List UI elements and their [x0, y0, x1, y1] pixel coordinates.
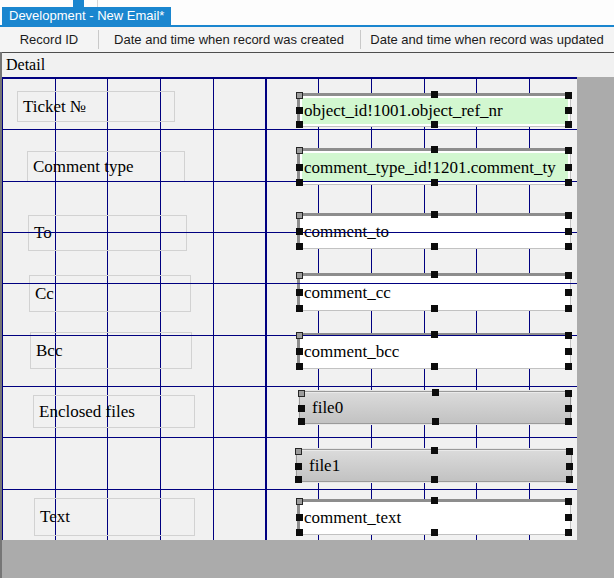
- field-fill: comment_type_id!1201.comment_ty: [302, 153, 568, 182]
- selection-handle-tr[interactable]: [565, 332, 572, 339]
- selection-handle-bm[interactable]: [431, 363, 438, 370]
- selection-handle-tl[interactable]: [296, 332, 303, 339]
- selection-handle-ml[interactable]: [298, 405, 305, 412]
- bottom-gutter: [0, 540, 577, 578]
- selection-handle-mr[interactable]: [565, 289, 572, 296]
- field-fill: comment_text: [302, 504, 568, 532]
- selection-handle-tl[interactable]: [296, 272, 303, 279]
- selection-handle-tm[interactable]: [431, 211, 438, 218]
- selection-handle-bm[interactable]: [431, 179, 438, 186]
- selection-handle-bm[interactable]: [431, 476, 438, 483]
- selection-handle-tm[interactable]: [431, 146, 438, 153]
- selection-handle-tl[interactable]: [296, 92, 303, 99]
- header-record-id[interactable]: Record ID: [0, 27, 98, 52]
- field-value-text: object_id!1001.object_ref_nr: [302, 101, 503, 121]
- selection-handle-bl[interactable]: [295, 476, 302, 483]
- selection-handle-tm[interactable]: [431, 497, 438, 504]
- selection-handle-br[interactable]: [565, 243, 572, 250]
- selection-handle-bl[interactable]: [296, 305, 303, 312]
- field-label-comment-type[interactable]: Comment type: [27, 151, 185, 182]
- field-label-cc[interactable]: Cc: [29, 275, 191, 312]
- field-value-text: comment_text: [302, 508, 401, 528]
- selection-handle-bm[interactable]: [431, 529, 438, 536]
- selection-handle-br[interactable]: [565, 305, 572, 312]
- selection-handle-mr[interactable]: [565, 107, 572, 114]
- selection-handle-tr[interactable]: [565, 147, 572, 154]
- field-label-to[interactable]: To: [28, 215, 187, 251]
- header-updated-date[interactable]: Date and time when record was updated: [360, 27, 614, 52]
- selection-handle-bl[interactable]: [296, 179, 303, 186]
- header-divider: [360, 30, 361, 49]
- selection-handle-bl[interactable]: [296, 243, 303, 250]
- selection-handle-ml[interactable]: [296, 289, 303, 296]
- selection-handle-bl[interactable]: [296, 121, 303, 128]
- selection-handle-tr[interactable]: [565, 390, 572, 397]
- selection-handle-bm[interactable]: [431, 121, 438, 128]
- selection-handle-tl[interactable]: [296, 212, 303, 219]
- selection-handle-mr[interactable]: [566, 463, 573, 470]
- selection-handle-ml[interactable]: [296, 107, 303, 114]
- selection-handle-tr[interactable]: [565, 498, 572, 505]
- selection-handle-mr[interactable]: [565, 164, 572, 171]
- selection-handle-tr[interactable]: [565, 272, 572, 279]
- field-value-text: comment_bcc: [302, 342, 399, 362]
- selection-handle-tm[interactable]: [431, 271, 438, 278]
- selection-handle-ml[interactable]: [296, 228, 303, 235]
- top-strip-divider: [97, 0, 98, 7]
- selection-handle-bm[interactable]: [432, 418, 439, 425]
- selection-handle-br[interactable]: [566, 476, 573, 483]
- field-value-text: comment_to: [302, 222, 389, 242]
- selection-handle-mr[interactable]: [565, 514, 572, 521]
- header-divider: [98, 30, 99, 49]
- field-label-enclosed-files[interactable]: Enclosed files: [33, 395, 195, 428]
- selection-handle-tl[interactable]: [296, 498, 303, 505]
- selection-handle-tr[interactable]: [565, 212, 572, 219]
- field-label-bcc[interactable]: Bcc: [30, 332, 192, 369]
- selection-handle-tm[interactable]: [431, 331, 438, 338]
- selection-handle-bl[interactable]: [296, 363, 303, 370]
- selection-handle-mr[interactable]: [565, 405, 572, 412]
- selection-handle-br[interactable]: [565, 363, 572, 370]
- selection-handle-mr[interactable]: [565, 348, 572, 355]
- form-left-border: [0, 52, 2, 578]
- selection-handle-ml[interactable]: [296, 348, 303, 355]
- selection-handle-br[interactable]: [565, 121, 572, 128]
- selection-handle-tr[interactable]: [565, 92, 572, 99]
- selection-handle-tr[interactable]: [566, 448, 573, 455]
- selection-handle-br[interactable]: [565, 529, 572, 536]
- selection-handle-bm[interactable]: [431, 305, 438, 312]
- field-fill: comment_to: [302, 218, 568, 246]
- selection-handle-tl[interactable]: [298, 390, 305, 397]
- selection-handle-tm[interactable]: [431, 447, 438, 454]
- selection-handle-ml[interactable]: [296, 514, 303, 521]
- selection-handle-bl[interactable]: [296, 529, 303, 536]
- selection-handle-tm[interactable]: [431, 91, 438, 98]
- selection-handle-ml[interactable]: [295, 463, 302, 470]
- selection-handle-br[interactable]: [565, 179, 572, 186]
- selection-handle-mr[interactable]: [565, 228, 572, 235]
- field-value-text: comment_type_id!1201.comment_ty: [302, 158, 556, 178]
- header-created-date[interactable]: Date and time when record was created: [98, 27, 360, 52]
- selection-handle-bl[interactable]: [298, 418, 305, 425]
- top-strip: [0, 0, 614, 7]
- field-label-text[interactable]: Text: [34, 498, 195, 536]
- selection-handle-tl[interactable]: [296, 147, 303, 154]
- toolbar-fragment: [73, 0, 84, 7]
- selection-handle-tm[interactable]: [432, 389, 439, 396]
- detail-section-header[interactable]: Detail: [0, 52, 614, 77]
- right-gutter: [577, 77, 614, 578]
- field-label-ticket[interactable]: Ticket №: [17, 91, 175, 122]
- field-fill: comment_bcc: [302, 338, 568, 366]
- tab-development-new-email[interactable]: Development - New Email*: [2, 7, 171, 25]
- selection-handle-ml[interactable]: [296, 164, 303, 171]
- field-fill: comment_cc: [302, 278, 568, 308]
- selection-handle-br[interactable]: [565, 418, 572, 425]
- system-fields-header: Record ID Date and time when record was …: [0, 27, 614, 52]
- field-value-text: comment_cc: [302, 283, 391, 303]
- selection-handle-tl[interactable]: [295, 448, 302, 455]
- selection-handle-bm[interactable]: [431, 243, 438, 250]
